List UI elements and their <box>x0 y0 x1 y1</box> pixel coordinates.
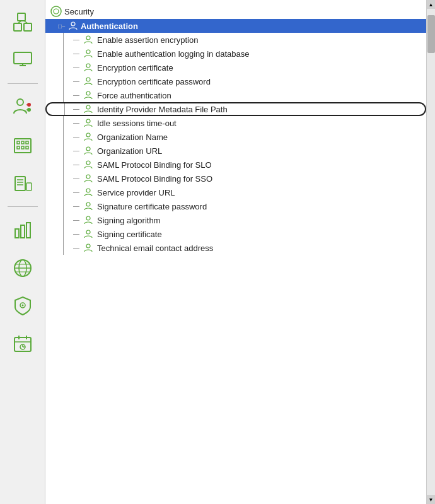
tree-child-label: Organization Name <box>97 132 168 142</box>
svg-point-57 <box>86 202 90 206</box>
tree-child-label: SAML Protocol Binding for SSO <box>97 174 212 184</box>
svg-point-50 <box>86 105 90 109</box>
tree-child-item[interactable]: Technical email contact address <box>45 241 426 255</box>
lock-icon <box>83 146 93 156</box>
svg-rect-20 <box>15 177 25 190</box>
tree-child-item[interactable]: SAML Protocol Binding for SSO <box>45 172 426 185</box>
tree-child-label: Enable assertion encryption <box>97 35 198 45</box>
tree-child-item[interactable]: Force authentication <box>45 88 426 102</box>
tree-child-label: SAML Protocol Binding for SLO <box>97 160 212 170</box>
svg-point-47 <box>86 64 90 67</box>
tree-child-label: Signature certificate password <box>97 202 207 211</box>
tree-child-label: Enable authentication logging in databas… <box>97 49 249 59</box>
lock-icon <box>83 76 93 86</box>
svg-rect-18 <box>21 146 24 149</box>
lock-icon <box>83 118 93 128</box>
tree-child-item[interactable]: Organization Name <box>45 130 426 144</box>
globe-nav-button[interactable] <box>6 251 40 285</box>
tree-child-item[interactable]: Encryption certificate <box>45 61 426 74</box>
svg-point-54 <box>86 161 90 165</box>
lock-icon <box>83 243 93 253</box>
security-root-icon <box>50 6 62 17</box>
lock-icon <box>83 229 93 239</box>
lock-icon <box>83 35 93 45</box>
tree-root-security[interactable]: Security <box>45 4 426 19</box>
server-nav-button[interactable] <box>6 166 40 200</box>
svg-point-59 <box>86 230 90 234</box>
svg-rect-17 <box>17 146 20 149</box>
svg-point-49 <box>86 91 90 95</box>
tree-child-label: Organization URL <box>97 146 162 156</box>
person-dots-nav-button[interactable] <box>6 90 40 124</box>
lock-icon <box>83 62 93 73</box>
diamond-nav-button[interactable] <box>6 5 40 39</box>
svg-rect-25 <box>15 229 19 238</box>
svg-rect-16 <box>26 141 28 144</box>
bar-chart-nav-button[interactable] <box>6 213 40 247</box>
lock-icon <box>83 215 93 225</box>
svg-point-10 <box>27 108 31 112</box>
monitor-nav-button[interactable] <box>6 43 40 77</box>
tree-child-label: Technical email contact address <box>97 243 213 253</box>
tree-child-label: Encryption certificate password <box>97 77 211 86</box>
scroll-up-arrow[interactable]: ▲ <box>427 0 436 9</box>
svg-rect-27 <box>26 223 30 238</box>
svg-rect-0 <box>18 13 25 21</box>
tree-child-label: Encryption certificate <box>97 63 173 73</box>
sidebar-divider-2 <box>8 206 38 207</box>
tree-child-label: Idle sessions time-out <box>97 119 177 128</box>
tree-child-item[interactable]: Signing certificate <box>45 227 426 241</box>
svg-rect-14 <box>17 141 20 144</box>
tree-child-label: Signing algorithm <box>97 216 160 225</box>
lock-icon <box>83 132 93 142</box>
svg-point-34 <box>21 305 23 307</box>
svg-point-48 <box>86 78 90 81</box>
svg-rect-19 <box>26 146 28 149</box>
svg-rect-15 <box>21 141 24 144</box>
svg-point-46 <box>86 50 90 54</box>
svg-point-45 <box>86 36 90 40</box>
tree-child-label: Force authentication <box>97 91 171 100</box>
svg-rect-26 <box>21 225 25 238</box>
main-content: Security □− Authentication Enable assert… <box>45 0 426 504</box>
svg-point-43 <box>54 9 59 14</box>
tree-child-item[interactable]: Identity Provider Metadata File Path <box>45 102 426 116</box>
tree-child-item[interactable]: Enable assertion encryption <box>45 33 426 47</box>
svg-point-55 <box>86 175 90 179</box>
svg-point-52 <box>86 133 90 137</box>
svg-point-60 <box>86 244 90 248</box>
tree-child-item[interactable]: Encryption certificate password <box>45 74 426 88</box>
svg-point-8 <box>17 99 23 105</box>
tree-child-item[interactable]: Enable authentication logging in databas… <box>45 47 426 61</box>
authentication-label: Authentication <box>81 21 138 31</box>
tree-child-item[interactable]: Signature certificate password <box>45 199 426 213</box>
tree-child-item[interactable]: Idle sessions time-out <box>45 116 426 130</box>
lock-icon <box>83 160 93 170</box>
shield-nav-button[interactable] <box>6 289 40 323</box>
svg-rect-2 <box>24 23 32 31</box>
scroll-track[interactable] <box>427 9 435 495</box>
svg-point-56 <box>86 189 90 192</box>
collapse-icon: □− <box>58 23 66 30</box>
icon-sidebar <box>0 0 45 504</box>
scroll-thumb[interactable] <box>427 15 435 53</box>
svg-point-53 <box>86 147 90 151</box>
lock-icon <box>83 173 93 184</box>
tree-parent-authentication[interactable]: □− Authentication <box>45 19 426 33</box>
tree-child-item[interactable]: Signing algorithm <box>45 213 426 227</box>
tree-child-item[interactable]: Organization URL <box>45 144 426 158</box>
right-scrollbar[interactable]: ▲ ▼ <box>426 0 435 504</box>
sidebar-divider-1 <box>8 83 38 84</box>
lock-icon <box>83 201 93 211</box>
tree-children: Enable assertion encryption Enable authe… <box>45 33 426 255</box>
tree-child-item[interactable]: Service provider URL <box>45 185 426 199</box>
svg-point-9 <box>27 103 31 107</box>
tree-child-label: Service provider URL <box>97 188 175 197</box>
svg-rect-5 <box>14 52 32 64</box>
svg-point-42 <box>51 6 61 16</box>
building-nav-button[interactable] <box>6 128 40 162</box>
scroll-down-arrow[interactable]: ▼ <box>427 495 436 504</box>
calendar-nav-button[interactable] <box>6 327 40 361</box>
svg-rect-21 <box>26 183 32 190</box>
tree-child-item[interactable]: SAML Protocol Binding for SLO <box>45 158 426 172</box>
